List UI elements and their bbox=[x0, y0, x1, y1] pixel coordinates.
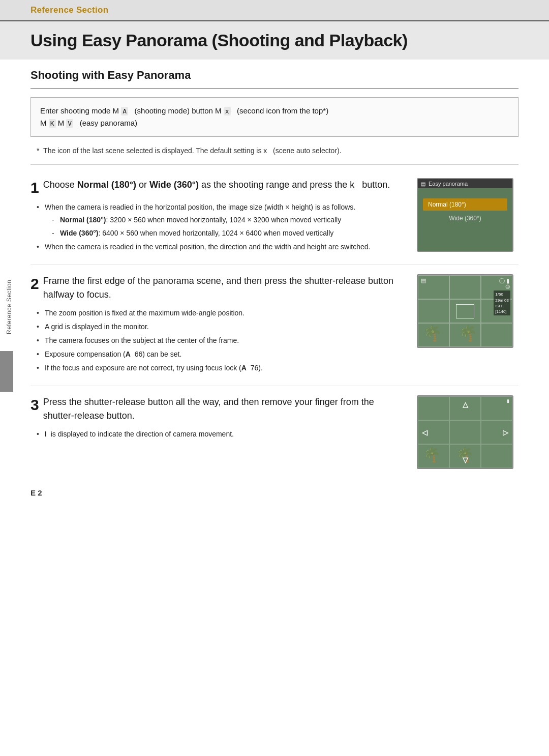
step-2-camera: ▤ ⓘ ▮ ☹ 1/6029m 03ISO[1140] 🌴 🌴 bbox=[417, 274, 518, 348]
main-title-bar: Using Easy Panorama (Shooting and Playba… bbox=[0, 21, 549, 60]
camera2-palm1: 🌴 bbox=[423, 324, 442, 342]
page-wrapper: Reference Section Reference Section Usin… bbox=[0, 0, 549, 507]
divider-1 bbox=[30, 164, 518, 165]
step-2-bullets: The zoom position is fixed at the maximu… bbox=[37, 308, 405, 373]
camera3-arrow-bottom: ▽ bbox=[463, 456, 468, 464]
step-2-left: 2 Frame the first edge of the panorama s… bbox=[30, 274, 405, 376]
camera3-arrow-left: ◁ bbox=[422, 428, 428, 437]
step-3-bullets: I is displayed to indicate the direction… bbox=[37, 429, 405, 440]
camera-screen-1: ▤ Easy panorama Normal (180°) Wide (360°… bbox=[417, 178, 513, 252]
step-1-row: 1 Choose Normal (180°) or Wide (360°) as… bbox=[30, 169, 518, 265]
step-1-bullets: When the camera is readied in the horizo… bbox=[37, 202, 405, 252]
step-1-bullet-2: When the camera is readied in the vertic… bbox=[37, 242, 405, 252]
camera1-option2: Wide (360°) bbox=[423, 212, 507, 224]
step-3-bullet-1: I is displayed to indicate the direction… bbox=[37, 429, 405, 440]
camera1-option1: Normal (180°) bbox=[423, 198, 507, 211]
camera2-focus-bracket bbox=[456, 304, 474, 318]
gc3-9 bbox=[481, 444, 512, 468]
step-3-number: 3 bbox=[30, 396, 39, 413]
step-2-title: 2 Frame the first edge of the panorama s… bbox=[30, 274, 405, 302]
camera1-menu: Normal (180°) Wide (360°) bbox=[418, 188, 512, 224]
side-tab bbox=[0, 351, 13, 392]
step-1-camera: ▤ Easy panorama Normal (180°) Wide (360°… bbox=[417, 178, 518, 252]
step-2-bullet-2: A grid is displayed in the monitor. bbox=[37, 322, 405, 332]
step-3-left: 3 Press the shutter-release button all t… bbox=[30, 395, 405, 443]
gc3-5 bbox=[449, 420, 481, 444]
info-line2: M K M V (easy panorama) bbox=[40, 117, 509, 129]
camera2-top-icons: ▤ ⓘ ▮ bbox=[418, 277, 512, 285]
camera3-palm1: 🌴 bbox=[423, 446, 441, 463]
gc4 bbox=[418, 299, 449, 323]
footer-text: E 2 bbox=[30, 488, 42, 497]
camera1-title: Easy panorama bbox=[429, 181, 468, 187]
step-3-camera: ▮ △ ◁ ▷ ▽ 🌴 🌴 bbox=[417, 395, 518, 469]
side-label: Reference Section bbox=[6, 280, 13, 334]
step-2-row: 2 Frame the first edge of the panorama s… bbox=[30, 265, 518, 386]
content-area: Shooting with Easy Panorama Enter shooti… bbox=[0, 60, 549, 478]
footnote: * The icon of the last scene selected is… bbox=[30, 145, 518, 156]
camera3-bat-icon: ▮ bbox=[507, 398, 509, 403]
step-1-number: 1 bbox=[30, 179, 39, 196]
gc9 bbox=[481, 323, 512, 347]
camera1-top-bar: ▤ Easy panorama bbox=[418, 179, 512, 188]
step-1-bullet-1: When the camera is readied in the horizo… bbox=[37, 202, 405, 239]
page-footer: E 2 bbox=[0, 478, 549, 507]
camera3-arrow-right: ▷ bbox=[503, 428, 508, 437]
camera1-icon: ▤ bbox=[421, 181, 425, 187]
camera2-right-icons: ⓘ ▮ bbox=[499, 277, 509, 285]
step-1-left: 1 Choose Normal (180°) or Wide (360°) as… bbox=[30, 178, 405, 255]
info-box: Enter shooting mode M A (shooting mode) … bbox=[30, 97, 518, 137]
camera2-palm2: 🌴 bbox=[459, 324, 477, 342]
ref-section-label: Reference Section bbox=[30, 5, 108, 15]
step-2-bullet-4: Exposure compensation (A 66) can be set. bbox=[37, 349, 405, 360]
camera2-left-icon: ▤ bbox=[421, 277, 426, 285]
section-heading: Shooting with Easy Panorama bbox=[30, 60, 518, 89]
step-2-bullet-1: The zoom position is fixed at the maximu… bbox=[37, 308, 405, 318]
step-1-sub-1: Normal (180°): 3200 × 560 when moved hor… bbox=[51, 215, 405, 225]
step-1-sub-2: Wide (360°): 6400 × 560 when moved horiz… bbox=[51, 228, 405, 239]
footnote-star: * bbox=[37, 147, 39, 155]
step-1-title: 1 Choose Normal (180°) or Wide (360°) as… bbox=[30, 178, 405, 196]
step-1-sub-list: Normal (180°): 3200 × 560 when moved hor… bbox=[51, 215, 405, 239]
camera2-readout: 1/6029m 03ISO[1140] bbox=[494, 290, 510, 315]
main-title: Using Easy Panorama (Shooting and Playba… bbox=[30, 31, 518, 50]
camera3-arrow-top: △ bbox=[463, 400, 468, 409]
step-2-bullet-3: The camera focuses on the subject at the… bbox=[37, 335, 405, 346]
camera-screen-3: ▮ △ ◁ ▷ ▽ 🌴 🌴 bbox=[417, 395, 513, 469]
step-2-bullet-5: If the focus and exposure are not correc… bbox=[37, 363, 405, 373]
info-line1: Enter shooting mode M A (shooting mode) … bbox=[40, 105, 509, 117]
ref-section-bar: Reference Section bbox=[0, 0, 549, 21]
camera-screen-2: ▤ ⓘ ▮ ☹ 1/6029m 03ISO[1140] 🌴 🌴 bbox=[417, 274, 513, 348]
gc3-1 bbox=[418, 396, 449, 420]
camera2-sub-icon: ☹ bbox=[505, 284, 510, 289]
step-3-title: 3 Press the shutter-release button all t… bbox=[30, 395, 405, 423]
step-3-row: 3 Press the shutter-release button all t… bbox=[30, 386, 518, 478]
step-2-number: 2 bbox=[30, 275, 39, 292]
